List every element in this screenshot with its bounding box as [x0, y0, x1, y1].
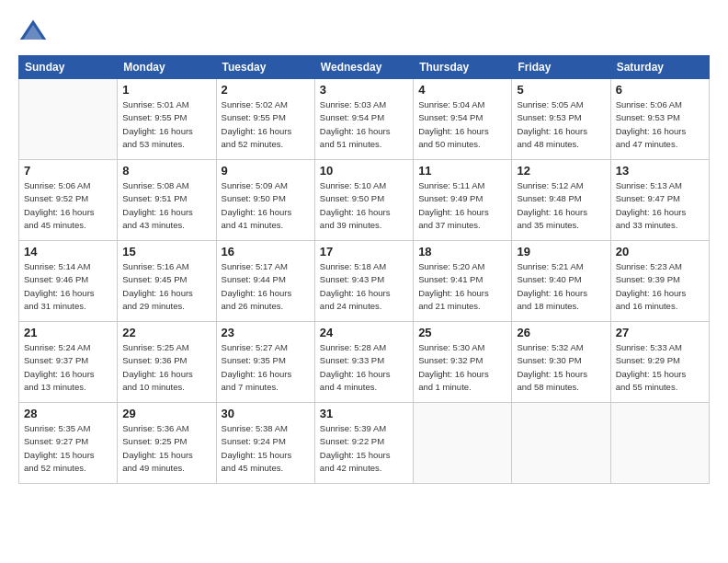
table-row: 7Sunrise: 5:06 AMSunset: 9:52 PMDaylight… [19, 160, 118, 241]
day-info: Sunrise: 5:10 AMSunset: 9:50 PMDaylight:… [320, 179, 408, 232]
table-row [512, 403, 610, 484]
day-number: 2 [222, 83, 310, 97]
table-row: 28Sunrise: 5:35 AMSunset: 9:27 PMDayligh… [19, 403, 118, 484]
day-info: Sunrise: 5:25 AMSunset: 9:36 PMDaylight:… [122, 341, 210, 394]
day-number: 30 [222, 407, 310, 420]
day-number: 23 [222, 326, 310, 339]
day-number: 11 [418, 164, 506, 178]
table-row [414, 403, 512, 484]
day-info: Sunrise: 5:32 AMSunset: 9:30 PMDaylight:… [517, 341, 605, 394]
table-row: 26Sunrise: 5:32 AMSunset: 9:30 PMDayligh… [512, 322, 610, 403]
day-number: 6 [616, 83, 704, 97]
day-number: 15 [122, 245, 210, 259]
day-number: 8 [122, 164, 210, 178]
table-row: 21Sunrise: 5:24 AMSunset: 9:37 PMDayligh… [19, 322, 118, 403]
col-thursday: Thursday [414, 56, 512, 79]
day-info: Sunrise: 5:01 AMSunset: 9:55 PMDaylight:… [122, 98, 210, 151]
day-number: 12 [517, 164, 605, 178]
day-info: Sunrise: 5:39 AMSunset: 9:22 PMDaylight:… [320, 422, 408, 475]
day-number: 17 [320, 245, 408, 259]
calendar-table: Sunday Monday Tuesday Wednesday Thursday… [18, 55, 710, 484]
table-row: 30Sunrise: 5:38 AMSunset: 9:24 PMDayligh… [216, 403, 314, 484]
day-info: Sunrise: 5:14 AMSunset: 9:46 PMDaylight:… [24, 260, 112, 313]
table-row: 4Sunrise: 5:04 AMSunset: 9:54 PMDaylight… [414, 79, 512, 160]
table-row: 27Sunrise: 5:33 AMSunset: 9:29 PMDayligh… [610, 322, 709, 403]
day-info: Sunrise: 5:12 AMSunset: 9:48 PMDaylight:… [517, 179, 605, 232]
day-info: Sunrise: 5:24 AMSunset: 9:37 PMDaylight:… [24, 341, 112, 394]
day-info: Sunrise: 5:04 AMSunset: 9:54 PMDaylight:… [418, 98, 506, 151]
day-number: 5 [517, 83, 605, 97]
day-info: Sunrise: 5:23 AMSunset: 9:39 PMDaylight:… [616, 260, 704, 313]
table-row: 31Sunrise: 5:39 AMSunset: 9:22 PMDayligh… [314, 403, 413, 484]
day-number: 21 [24, 326, 112, 339]
table-row: 10Sunrise: 5:10 AMSunset: 9:50 PMDayligh… [314, 160, 413, 241]
table-row: 23Sunrise: 5:27 AMSunset: 9:35 PMDayligh… [216, 322, 314, 403]
col-tuesday: Tuesday [216, 56, 314, 79]
page: Sunday Monday Tuesday Wednesday Thursday… [0, 0, 728, 563]
day-info: Sunrise: 5:13 AMSunset: 9:47 PMDaylight:… [616, 179, 704, 232]
day-info: Sunrise: 5:18 AMSunset: 9:43 PMDaylight:… [320, 260, 408, 313]
col-sunday: Sunday [19, 56, 118, 79]
calendar-week-row: 14Sunrise: 5:14 AMSunset: 9:46 PMDayligh… [19, 241, 710, 322]
day-number: 10 [320, 164, 408, 178]
table-row: 24Sunrise: 5:28 AMSunset: 9:33 PMDayligh… [314, 322, 413, 403]
table-row: 29Sunrise: 5:36 AMSunset: 9:25 PMDayligh… [118, 403, 216, 484]
day-info: Sunrise: 5:06 AMSunset: 9:53 PMDaylight:… [616, 98, 704, 151]
calendar-week-row: 21Sunrise: 5:24 AMSunset: 9:37 PMDayligh… [19, 322, 710, 403]
day-number: 31 [320, 407, 408, 420]
table-row: 15Sunrise: 5:16 AMSunset: 9:45 PMDayligh… [118, 241, 216, 322]
day-number: 26 [517, 326, 605, 339]
day-info: Sunrise: 5:36 AMSunset: 9:25 PMDaylight:… [122, 422, 210, 475]
col-wednesday: Wednesday [314, 56, 413, 79]
day-info: Sunrise: 5:05 AMSunset: 9:53 PMDaylight:… [517, 98, 605, 151]
day-info: Sunrise: 5:16 AMSunset: 9:45 PMDaylight:… [122, 260, 210, 313]
table-row: 13Sunrise: 5:13 AMSunset: 9:47 PMDayligh… [610, 160, 709, 241]
day-number: 28 [24, 407, 112, 420]
day-info: Sunrise: 5:38 AMSunset: 9:24 PMDaylight:… [222, 422, 310, 475]
logo-icon [18, 17, 48, 46]
day-number: 3 [320, 83, 408, 97]
col-saturday: Saturday [610, 56, 709, 79]
table-row: 22Sunrise: 5:25 AMSunset: 9:36 PMDayligh… [118, 322, 216, 403]
table-row: 20Sunrise: 5:23 AMSunset: 9:39 PMDayligh… [610, 241, 709, 322]
table-row: 11Sunrise: 5:11 AMSunset: 9:49 PMDayligh… [414, 160, 512, 241]
table-row: 17Sunrise: 5:18 AMSunset: 9:43 PMDayligh… [314, 241, 413, 322]
day-number: 13 [616, 164, 704, 178]
calendar-week-row: 7Sunrise: 5:06 AMSunset: 9:52 PMDaylight… [19, 160, 710, 241]
day-info: Sunrise: 5:33 AMSunset: 9:29 PMDaylight:… [616, 341, 704, 394]
day-info: Sunrise: 5:20 AMSunset: 9:41 PMDaylight:… [418, 260, 506, 313]
day-info: Sunrise: 5:02 AMSunset: 9:55 PMDaylight:… [222, 98, 310, 151]
day-number: 24 [320, 326, 408, 339]
table-row: 19Sunrise: 5:21 AMSunset: 9:40 PMDayligh… [512, 241, 610, 322]
col-friday: Friday [512, 56, 610, 79]
day-number: 7 [24, 164, 112, 178]
day-info: Sunrise: 5:35 AMSunset: 9:27 PMDaylight:… [24, 422, 112, 475]
day-number: 29 [122, 407, 210, 420]
day-number: 22 [122, 326, 210, 339]
table-row [610, 403, 709, 484]
table-row: 25Sunrise: 5:30 AMSunset: 9:32 PMDayligh… [414, 322, 512, 403]
day-info: Sunrise: 5:28 AMSunset: 9:33 PMDaylight:… [320, 341, 408, 394]
logo [18, 17, 51, 46]
day-number: 16 [222, 245, 310, 259]
day-number: 25 [418, 326, 506, 339]
day-info: Sunrise: 5:21 AMSunset: 9:40 PMDaylight:… [517, 260, 605, 313]
table-row: 12Sunrise: 5:12 AMSunset: 9:48 PMDayligh… [512, 160, 610, 241]
day-number: 9 [222, 164, 310, 178]
day-info: Sunrise: 5:06 AMSunset: 9:52 PMDaylight:… [24, 179, 112, 232]
day-info: Sunrise: 5:08 AMSunset: 9:51 PMDaylight:… [122, 179, 210, 232]
calendar-header-row: Sunday Monday Tuesday Wednesday Thursday… [19, 56, 710, 79]
col-monday: Monday [118, 56, 216, 79]
table-row: 2Sunrise: 5:02 AMSunset: 9:55 PMDaylight… [216, 79, 314, 160]
day-info: Sunrise: 5:11 AMSunset: 9:49 PMDaylight:… [418, 179, 506, 232]
table-row: 6Sunrise: 5:06 AMSunset: 9:53 PMDaylight… [610, 79, 709, 160]
header [18, 17, 710, 46]
day-info: Sunrise: 5:30 AMSunset: 9:32 PMDaylight:… [418, 341, 506, 394]
day-info: Sunrise: 5:09 AMSunset: 9:50 PMDaylight:… [222, 179, 310, 232]
table-row: 9Sunrise: 5:09 AMSunset: 9:50 PMDaylight… [216, 160, 314, 241]
table-row: 1Sunrise: 5:01 AMSunset: 9:55 PMDaylight… [118, 79, 216, 160]
table-row: 16Sunrise: 5:17 AMSunset: 9:44 PMDayligh… [216, 241, 314, 322]
table-row: 5Sunrise: 5:05 AMSunset: 9:53 PMDaylight… [512, 79, 610, 160]
table-row: 14Sunrise: 5:14 AMSunset: 9:46 PMDayligh… [19, 241, 118, 322]
table-row: 18Sunrise: 5:20 AMSunset: 9:41 PMDayligh… [414, 241, 512, 322]
